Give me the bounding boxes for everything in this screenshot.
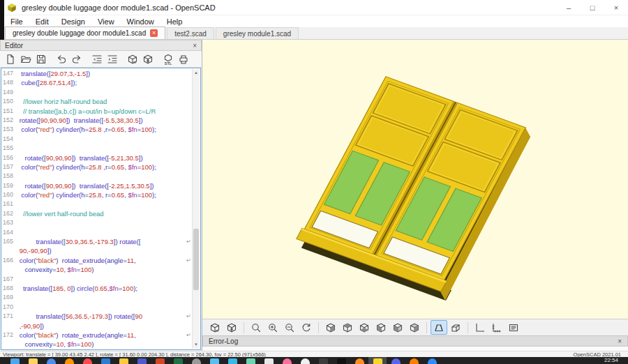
- taskbar-icon-paint[interactable]: [278, 357, 296, 364]
- taskbar-icon-opera[interactable]: [78, 357, 96, 364]
- menu-file[interactable]: File: [4, 17, 29, 26]
- code-line[interactable]: 161: [2, 199, 192, 208]
- code-line[interactable]: ,-90,90]): [2, 321, 192, 331]
- code-line[interactable]: convexity=10, $fn=100): [2, 340, 192, 349]
- view-bottom-button[interactable]: [356, 320, 373, 335]
- show-axes-button[interactable]: [472, 320, 488, 335]
- render-button[interactable]: [140, 52, 156, 66]
- taskbar-icon-terminal[interactable]: [314, 357, 332, 364]
- scrollbar-thumb[interactable]: [193, 229, 199, 290]
- code-line[interactable]: 166 color("black") rotate_extrude(angle=…: [2, 256, 192, 265]
- code-line[interactable]: 163: [2, 218, 192, 227]
- code-line[interactable]: 154: [2, 135, 192, 144]
- taskbar-icon-mail[interactable]: [223, 357, 241, 364]
- code-line[interactable]: 168 translate([185, 0]) circle(0.65,$fn=…: [2, 284, 192, 293]
- open-button[interactable]: [18, 52, 33, 66]
- reset-view-button[interactable]: [298, 320, 315, 335]
- code-line[interactable]: 152 rotate([90,90,90]) translate([-5.5,3…: [2, 116, 192, 125]
- taskbar-icon-vlc[interactable]: [405, 357, 423, 364]
- taskbar-icon-powerpoint[interactable]: [151, 357, 169, 364]
- taskbar-icon-excel[interactable]: [169, 357, 187, 364]
- render-button[interactable]: [223, 320, 240, 335]
- menu-window[interactable]: Window: [121, 17, 160, 26]
- code-line[interactable]: 169: [2, 293, 192, 302]
- preview-button[interactable]: »: [207, 320, 223, 335]
- minimize-button[interactable]: –: [557, 3, 581, 12]
- tab-close-icon[interactable]: ×: [150, 29, 158, 37]
- taskbar-icon-github[interactable]: [296, 357, 314, 364]
- preview-button[interactable]: »: [125, 52, 140, 66]
- unindent-button[interactable]: [89, 52, 105, 66]
- code-line[interactable]: 162 //lower vert half-round bead: [2, 209, 192, 218]
- orthographic-button[interactable]: [447, 320, 464, 335]
- view-right-button[interactable]: [322, 320, 339, 335]
- taskbar-icon-discord[interactable]: [387, 357, 405, 364]
- indent-button[interactable]: [105, 52, 120, 66]
- errorlog-close-icon[interactable]: ×: [618, 338, 622, 345]
- taskbar-icon-inkscape[interactable]: [332, 357, 350, 364]
- close-button[interactable]: ×: [604, 3, 628, 12]
- menu-design[interactable]: Design: [55, 17, 91, 26]
- taskbar-icon-notepad[interactable]: [260, 357, 278, 364]
- code-line[interactable]: 151 // translate([a,b,c]) a=out/in b=up/…: [2, 107, 192, 116]
- taskbar-icon-zoom[interactable]: [423, 357, 441, 364]
- code-line[interactable]: 149: [2, 88, 192, 97]
- taskbar-icon-photos[interactable]: [205, 357, 223, 364]
- undo-button[interactable]: [54, 52, 69, 66]
- view-all-button[interactable]: [505, 320, 522, 335]
- code-line[interactable]: 159 rotate([90,90,90]) translate([-2.25,…: [2, 181, 192, 190]
- code-line[interactable]: 165 translate([30.9,36.5,-179.3]) rotate…: [2, 237, 192, 246]
- tab-test2-scad[interactable]: test2.scad: [167, 27, 214, 39]
- code-line[interactable]: 153 color("red") cylinder(h=25.8 ,r=0.65…: [2, 125, 192, 134]
- code-line[interactable]: 150 //lower horiz half-round bead: [2, 97, 192, 106]
- code-line[interactable]: 147 translate([29.07,3,-1.5]): [2, 69, 192, 78]
- zoom-out-button[interactable]: [281, 320, 298, 335]
- code-line[interactable]: 157 color("red") cylinder(h=25.8 ,r=0.65…: [2, 162, 192, 172]
- view-back-button[interactable]: [406, 320, 423, 335]
- show-scale-markers-button[interactable]: [488, 320, 505, 335]
- perspective-button[interactable]: [431, 320, 447, 335]
- code-line[interactable]: 90,-90,90]): [2, 246, 192, 255]
- tab-gresley-module1-scad[interactable]: gresley module1.scad: [216, 27, 299, 39]
- code-line[interactable]: 155: [2, 144, 192, 153]
- taskbar-icon-calculator[interactable]: [241, 357, 260, 364]
- taskbar-icon-blender[interactable]: [350, 357, 368, 364]
- view-left-button[interactable]: [373, 320, 389, 335]
- export-stl-button[interactable]: STL: [160, 52, 176, 66]
- taskbar-icon-firefox[interactable]: [60, 357, 78, 364]
- editor-scrollbar[interactable]: ▲ ▼: [192, 69, 200, 349]
- taskbar-icon-file-explorer[interactable]: [24, 357, 42, 364]
- code-line[interactable]: 172 color("black") rotate_extrude(angle=…: [2, 331, 192, 340]
- taskbar-icon-chrome[interactable]: [42, 357, 60, 364]
- errorlog-panel-header[interactable]: Error-Log ×: [202, 335, 628, 347]
- taskbar-icon-windows[interactable]: [6, 357, 24, 364]
- code-line[interactable]: 156 rotate([90,90,90]) translate([-5,21,…: [2, 153, 192, 162]
- view-front-button[interactable]: [389, 320, 406, 335]
- save-button[interactable]: [33, 52, 49, 66]
- taskbar-clock[interactable]: 22:54: [604, 357, 618, 364]
- scroll-up-icon[interactable]: ▲: [193, 69, 200, 77]
- menu-view[interactable]: View: [91, 17, 121, 26]
- tab-gresley-double-luggage-door-module1-scad[interactable]: gresley double luggage door module1.scad…: [5, 26, 165, 39]
- code-line[interactable]: 170: [2, 303, 192, 312]
- print-button[interactable]: [176, 52, 191, 66]
- scroll-down-icon[interactable]: ▼: [193, 341, 200, 349]
- editor-close-icon[interactable]: ×: [193, 42, 197, 50]
- 3d-viewport[interactable]: [202, 40, 628, 319]
- menu-help[interactable]: Help: [160, 17, 189, 26]
- code-line[interactable]: convexity=10, $fn=100): [2, 265, 192, 274]
- maximize-button[interactable]: □: [581, 3, 604, 12]
- zoom-in-button[interactable]: [264, 320, 281, 335]
- zoom-all-button[interactable]: [248, 320, 264, 335]
- code-line[interactable]: 158: [2, 172, 192, 181]
- taskbar-icon-folder[interactable]: [114, 357, 133, 364]
- code-line[interactable]: 148 cube([28.67,51,4]);: [2, 78, 192, 87]
- editor-panel-header[interactable]: Editor ×: [0, 40, 202, 51]
- taskbar-icon-openscad[interactable]: [368, 357, 387, 364]
- code-line[interactable]: 164: [2, 228, 192, 237]
- new-button[interactable]: [3, 52, 18, 66]
- taskbar-icon-word[interactable]: [96, 357, 114, 364]
- code-editor[interactable]: 147 translate([29.07,3,-1.5])148 cube([2…: [1, 68, 201, 350]
- code-line[interactable]: 167: [2, 275, 192, 284]
- taskbar-icon-teams[interactable]: [133, 357, 151, 364]
